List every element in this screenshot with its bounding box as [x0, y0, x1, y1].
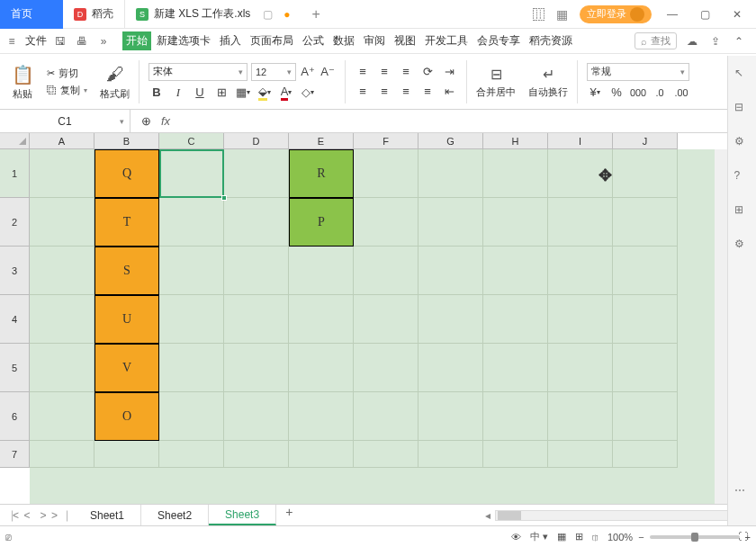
cell-B2[interactable]: T — [94, 198, 159, 247]
cell-G6[interactable] — [418, 392, 483, 441]
vertical-scrollbar[interactable] — [715, 149, 727, 504]
grid-apps-icon[interactable]: ▦ — [556, 7, 571, 22]
addon-icon[interactable]: ⊞ — [734, 203, 751, 220]
formula-input[interactable] — [177, 110, 756, 132]
ribbon-tab-new[interactable]: 新建选项卡 — [153, 31, 214, 50]
decrease-font-icon[interactable]: A⁻ — [320, 64, 336, 80]
col-header-E[interactable]: E — [289, 133, 354, 149]
cell-F3[interactable] — [354, 247, 418, 295]
ribbon-tab-member[interactable]: 会员专享 — [473, 31, 524, 50]
zoom-thumb[interactable] — [691, 533, 698, 542]
increase-decimal-icon[interactable]: .0 — [652, 85, 668, 101]
ribbon-tab-resource[interactable]: 稻壳资源 — [526, 31, 576, 50]
cell-J5[interactable] — [613, 344, 678, 392]
col-header-C[interactable]: C — [159, 133, 224, 149]
reading-mode-icon[interactable]: 中 ▾ — [530, 530, 548, 543]
font-size-combo[interactable]: 12▾ — [251, 63, 296, 81]
cell-E7[interactable] — [289, 441, 354, 468]
fill-color-button[interactable]: ⬙▾ — [256, 85, 273, 101]
row-header-3[interactable]: 3 — [0, 247, 30, 295]
hamburger-icon[interactable]: ≡ — [4, 33, 20, 49]
align-center-icon[interactable]: ≡ — [376, 84, 392, 100]
cell-B7[interactable] — [94, 441, 159, 468]
align-top-icon[interactable]: ≡ — [355, 64, 371, 80]
cell-D2[interactable] — [224, 198, 289, 247]
new-tab-button[interactable]: + — [302, 6, 331, 22]
row-header-1[interactable]: 1 — [0, 149, 30, 198]
col-header-G[interactable]: G — [418, 133, 483, 149]
cell-C7[interactable] — [159, 441, 224, 468]
name-box[interactable]: C1 ▾ — [0, 110, 130, 132]
align-middle-icon[interactable]: ≡ — [376, 64, 392, 80]
cell-D4[interactable] — [224, 295, 289, 344]
sheet-tab-2[interactable]: Sheet2 — [141, 505, 209, 525]
decrease-decimal-icon[interactable]: .00 — [673, 85, 689, 101]
sheet-nav-next[interactable]: > — [36, 508, 50, 523]
cell-C2[interactable] — [159, 198, 224, 247]
font-color-button[interactable]: A▾ — [278, 85, 294, 101]
italic-button[interactable]: I — [170, 85, 186, 101]
zoom-lens-icon[interactable]: ⊕ — [138, 113, 154, 130]
number-format-combo[interactable]: 常规▾ — [587, 63, 689, 81]
cell-H3[interactable] — [483, 247, 548, 295]
search-input[interactable]: ⌕ 查找 — [634, 32, 677, 49]
cell-J2[interactable] — [613, 198, 678, 247]
bold-button[interactable]: B — [148, 85, 165, 101]
underline-button[interactable]: U — [192, 85, 208, 101]
cell-I3[interactable] — [548, 247, 613, 295]
cell-G1[interactable] — [418, 149, 483, 198]
cell-I1[interactable] — [548, 149, 613, 198]
cell-G3[interactable] — [418, 247, 483, 295]
ribbon-tab-start[interactable]: 开始 — [122, 31, 151, 50]
col-header-A[interactable]: A — [30, 133, 94, 149]
cell-D7[interactable] — [224, 441, 289, 468]
cell-G2[interactable] — [418, 198, 483, 247]
col-header-D[interactable]: D — [224, 133, 289, 149]
collapse-ribbon-icon[interactable]: ⌃ — [731, 33, 747, 49]
ribbon-tab-devtools[interactable]: 开发工具 — [421, 31, 472, 50]
cell-I6[interactable] — [548, 392, 613, 441]
sheet-nav-first[interactable]: ⎹< — [4, 508, 18, 523]
select-arrow-icon[interactable]: ↖ — [734, 67, 751, 83]
cell-B6[interactable]: O — [94, 392, 159, 441]
cell-style-button[interactable]: ▦▾ — [235, 85, 251, 101]
more-side-icon[interactable]: ⋯ — [734, 484, 751, 500]
cloud-sync-icon[interactable]: ☁ — [684, 33, 700, 49]
row-header-7[interactable]: 7 — [0, 441, 30, 468]
sheet-tab-1[interactable]: Sheet1 — [74, 505, 141, 525]
row-header-5[interactable]: 5 — [0, 344, 30, 392]
cell-I5[interactable] — [548, 344, 613, 392]
col-header-H[interactable]: H — [483, 133, 548, 149]
increase-font-icon[interactable]: A⁺ — [300, 64, 316, 80]
cell-C3[interactable] — [159, 247, 224, 295]
indent-left-icon[interactable]: ⇤ — [441, 84, 457, 100]
tab-document[interactable]: S 新建 XLS 工作表.xls ▢ ● — [125, 0, 302, 29]
tab-daoke[interactable]: D 稻壳 — [63, 0, 125, 29]
fill-handle[interactable] — [221, 195, 227, 201]
task-pane-icon[interactable]: ⊟ — [734, 101, 751, 117]
cells-area[interactable]: Q R T P S — [30, 149, 727, 504]
copy-button[interactable]: ⿻复制▾ — [47, 84, 87, 97]
cell-C1[interactable] — [159, 149, 224, 198]
cell-I7[interactable] — [548, 441, 613, 468]
row-header-6[interactable]: 6 — [0, 392, 30, 441]
tab-home[interactable]: 首页 — [0, 0, 63, 29]
cell-E5[interactable] — [289, 344, 354, 392]
cell-J6[interactable] — [613, 392, 678, 441]
col-header-B[interactable]: B — [94, 133, 159, 149]
cell-F6[interactable] — [354, 392, 418, 441]
cell-A7[interactable] — [30, 441, 94, 468]
align-justify-icon[interactable]: ≡ — [419, 84, 436, 100]
properties-icon[interactable]: ⚙ — [734, 135, 751, 151]
percent-icon[interactable]: % — [608, 85, 625, 101]
border-button[interactable]: ⊞ — [213, 85, 230, 101]
cut-button[interactable]: ✂剪切 — [47, 67, 87, 80]
cell-F5[interactable] — [354, 344, 418, 392]
zoom-slider[interactable] — [650, 535, 740, 539]
cell-A3[interactable] — [30, 247, 94, 295]
cell-H1[interactable] — [483, 149, 548, 198]
print-icon[interactable]: 🖶 — [74, 33, 90, 49]
cell-I4[interactable] — [548, 295, 613, 344]
fullscreen-icon[interactable]: ⛶ — [738, 531, 751, 543]
cell-J1[interactable] — [613, 149, 678, 198]
